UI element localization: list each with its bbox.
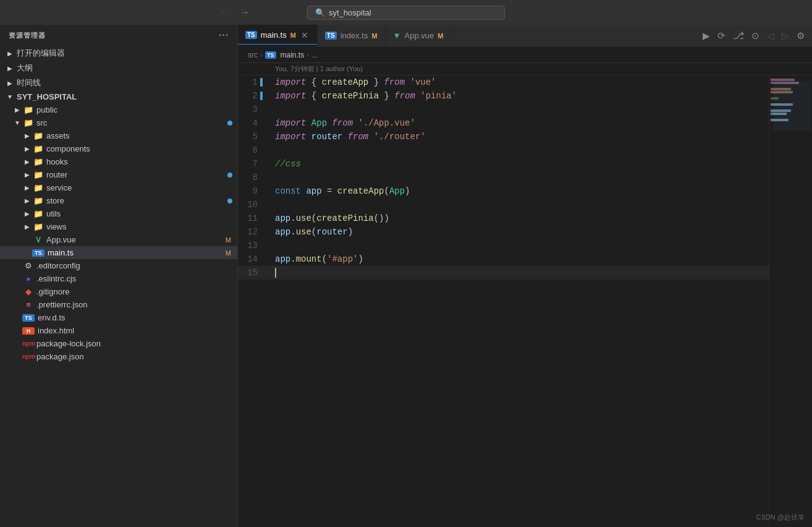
sidebar-public-label: public xyxy=(35,105,237,114)
line-content-13 xyxy=(270,239,769,252)
code-editor[interactable]: 1 import { createApp } from 'vue' 2 impo… xyxy=(238,75,769,527)
sidebar-more-button[interactable]: ··· xyxy=(219,30,229,41)
line-number-4: 4 xyxy=(238,116,270,130)
code-line-6: 6 xyxy=(238,144,769,157)
sidebar-item-router[interactable]: ▶ 📁 router xyxy=(0,168,237,181)
html-file-icon: H xyxy=(22,327,35,335)
editor-area: TS main.ts M ✕ TS index.ts M ▼ App.vue M… xyxy=(238,25,812,527)
breadcrumb-src: src xyxy=(248,51,258,59)
ts-icon: TS xyxy=(325,32,337,40)
breadcrumb-ts-icon: TS xyxy=(265,51,276,59)
sidebar-env-dts-label: env.d.ts xyxy=(35,313,237,322)
breadcrumb-sep1: › xyxy=(260,51,263,59)
sidebar-outline-label: 大纲 xyxy=(15,62,237,74)
sidebar-item-outline[interactable]: ▶ 大纲 xyxy=(0,61,237,75)
breadcrumb-more: ... xyxy=(311,51,318,59)
sidebar-app-vue-label: App.vue xyxy=(44,235,226,244)
sidebar-item-package-json[interactable]: npm package.json xyxy=(0,350,237,363)
code-line-8: 8 xyxy=(238,171,769,184)
sidebar-item-assets[interactable]: ▶ 📁 assets xyxy=(0,129,237,142)
sidebar-title: 资源管理器 xyxy=(9,31,45,40)
next-change-icon[interactable]: ▷ xyxy=(782,30,789,41)
code-line-10: 10 xyxy=(238,198,769,212)
tab-app-vue[interactable]: ▼ App.vue M xyxy=(386,25,452,46)
sidebar-item-service[interactable]: ▶ 📁 service xyxy=(0,181,237,194)
code-line-15: 15 xyxy=(238,266,769,280)
sidebar-item-src[interactable]: ▼ 📁 src xyxy=(0,116,237,129)
sidebar-item-env-dts[interactable]: TS env.d.ts xyxy=(0,311,237,324)
line-number-12: 12 xyxy=(238,225,270,239)
sidebar-item-project-root[interactable]: ▼ SYT_HOSPITAL xyxy=(0,90,237,103)
tabs-bar: TS main.ts M ✕ TS index.ts M ▼ App.vue M… xyxy=(238,25,812,47)
modified-dot xyxy=(227,199,232,204)
search-icon: 🔍 xyxy=(315,8,325,17)
main-layout: 资源管理器 ··· ▶ 打开的编辑器 ▶ 大纲 ▶ 时间线 ▼ S xyxy=(0,25,812,527)
tab-main-ts[interactable]: TS main.ts M ✕ xyxy=(238,25,318,46)
sidebar-item-components[interactable]: ▶ 📁 components xyxy=(0,142,237,155)
sidebar-item-eslintrc[interactable]: ● .eslintrc.cjs xyxy=(0,272,237,285)
line-number-3: 3 xyxy=(238,103,270,116)
tab-modified-badge: M xyxy=(371,32,377,40)
line-number-2: 2 xyxy=(238,89,270,103)
sidebar-item-timeline[interactable]: ▶ 时间线 xyxy=(0,75,237,90)
nav-back-button[interactable]: ← xyxy=(216,6,234,19)
config-file-icon: ⚙ xyxy=(22,261,35,270)
sidebar-editorconfig-label: .editorconfig xyxy=(35,261,237,270)
sidebar-item-gitignore[interactable]: ◆ .gitignore xyxy=(0,285,237,298)
search-bar[interactable]: 🔍 syt_hospital xyxy=(307,6,505,20)
sidebar-item-hooks[interactable]: ▶ 📁 hooks xyxy=(0,155,237,168)
line-content-14: app.mount('#app') xyxy=(270,252,769,266)
sidebar-item-editorconfig[interactable]: ⚙ .editorconfig xyxy=(0,259,237,272)
folder-icon: 📁 xyxy=(32,196,44,205)
line-content-15 xyxy=(270,266,769,280)
line-number-5: 5 xyxy=(238,130,270,144)
code-line-7: 7 //css xyxy=(238,157,769,171)
ts-file-icon: TS xyxy=(32,249,44,257)
line-content-1: import { createApp } from 'vue' xyxy=(270,75,769,89)
tab-modified-badge: M xyxy=(290,32,296,39)
code-line-12: 12 app.use(router) xyxy=(238,225,769,239)
settings-icon[interactable]: ⚙ xyxy=(797,30,805,41)
nav-arrows: ← → xyxy=(216,6,253,19)
code-line-11: 11 app.use(createPinia()) xyxy=(238,212,769,225)
sidebar-item-prettierrc[interactable]: ≡ .prettierrc.json xyxy=(0,298,237,311)
sidebar-item-store[interactable]: ▶ 📁 store xyxy=(0,194,237,207)
chevron-right-icon: ▶ xyxy=(5,50,15,57)
nav-forward-button[interactable]: → xyxy=(236,6,253,19)
sidebar-item-package-lock[interactable]: npm package-lock.json xyxy=(0,337,237,350)
folder-icon: 📁 xyxy=(32,209,44,218)
branch-icon[interactable]: ⎇ xyxy=(733,30,744,41)
sidebar-item-public[interactable]: ▶ 📁 public xyxy=(0,103,237,116)
sidebar-item-views[interactable]: ▶ 📁 views xyxy=(0,220,237,233)
git-gutter-1 xyxy=(260,78,263,87)
tab-index-ts-label: index.ts xyxy=(340,31,368,40)
tab-index-ts[interactable]: TS index.ts M xyxy=(318,25,386,46)
minimap xyxy=(769,75,812,527)
code-line-9: 9 const app = createApp(App) xyxy=(238,184,769,198)
line-number-6: 6 xyxy=(238,144,270,157)
folder-icon: 📁 xyxy=(32,170,44,179)
chevron-right-icon: ▶ xyxy=(5,80,15,87)
sidebar-item-open-editors[interactable]: ▶ 打开的编辑器 xyxy=(0,46,237,61)
sidebar-item-main-ts[interactable]: TS main.ts M xyxy=(0,246,237,259)
text-cursor xyxy=(275,268,276,278)
prev-change-icon[interactable]: ◁ xyxy=(767,30,774,41)
sidebar-item-app-vue[interactable]: V App.vue M xyxy=(0,233,237,246)
sidebar-project-label: SYT_HOSPITAL xyxy=(15,92,237,101)
line-number-1: 1 xyxy=(238,75,270,89)
folder-icon: 📁 xyxy=(32,183,44,192)
line-content-12: app.use(router) xyxy=(270,225,769,239)
line-number-13: 13 xyxy=(238,239,270,252)
folder-icon: 📁 xyxy=(32,131,44,140)
line-content-5: import router from './router' xyxy=(270,130,769,144)
chevron-right-icon: ▶ xyxy=(22,197,32,204)
run-icon[interactable]: ▶ xyxy=(703,30,710,41)
sidebar-assets-label: assets xyxy=(44,131,237,140)
sidebar-package-lock-label: package-lock.json xyxy=(35,339,237,348)
sidebar-item-utils[interactable]: ▶ 📁 utils xyxy=(0,207,237,220)
tab-close-button[interactable]: ✕ xyxy=(300,30,310,40)
sidebar-item-index-html[interactable]: H index.html xyxy=(0,324,237,337)
search-replace-icon[interactable]: ⊙ xyxy=(751,30,759,41)
history-icon[interactable]: ⟳ xyxy=(717,30,725,41)
line-content-6 xyxy=(270,144,769,157)
